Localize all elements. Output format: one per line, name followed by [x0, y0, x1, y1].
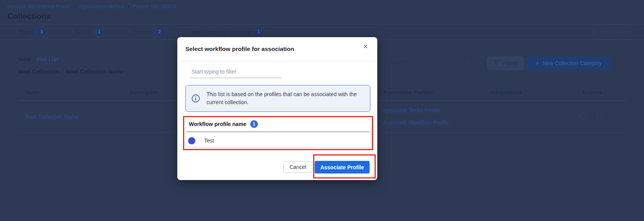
plus-icon: +: [535, 59, 539, 67]
view-label: View :: [18, 56, 34, 62]
info-icon: [192, 94, 200, 103]
row-actions: [580, 112, 602, 120]
tab-sprints[interactable]: Sprints 1: [75, 28, 103, 36]
add-custom-button[interactable]: Add custom +: [594, 28, 637, 36]
annotation-box-profile-list: Workflow profile name 1 Test: [183, 116, 373, 150]
root-collection-label: Root Collection :: [18, 69, 63, 75]
root-collection-row: Root Collection :Root Collection Name: [18, 69, 124, 75]
column-header-associated-profiles: Associated Profiles: [383, 89, 433, 95]
tab-count-badge: 3: [38, 28, 45, 36]
profile-option-label: Test: [204, 138, 214, 144]
modal-title: Select workflow profile for association: [185, 46, 294, 52]
breadcrumb-organization-link[interactable]: Organization: default: [78, 3, 124, 9]
tab-new-collection-category[interactable]: New Collection Category 1 ⚙: [192, 28, 272, 36]
info-text: This list is based on the profiles that …: [206, 90, 363, 106]
tab-label: Teams: [18, 29, 34, 35]
radio-selected-icon[interactable]: [188, 137, 195, 144]
chevron-right-icon: ›: [127, 3, 129, 9]
tab-teams[interactable]: Teams 3: [18, 28, 45, 36]
profile-list-header-label: Workflow profile name: [189, 121, 246, 127]
filter-funnel-icon: [494, 60, 499, 67]
filters-button[interactable]: Filters: [487, 57, 523, 70]
plus-icon: +: [633, 28, 637, 36]
close-icon[interactable]: ✕: [363, 43, 368, 50]
view-row: View :Flat List: [18, 56, 58, 62]
app-window: Account: SEI-Internal-Prod2 › Organizati…: [0, 0, 644, 221]
column-header-name: Name: [25, 89, 40, 95]
select-workflow-profile-modal: Select workflow profile for association …: [177, 37, 377, 180]
tab-label: Sprints: [75, 29, 92, 35]
list-divider: [186, 131, 370, 133]
search-placeholder: Search ...: [391, 59, 465, 65]
modal-title-divider: [177, 61, 377, 61]
tab-label: New Collection Category: [192, 29, 251, 35]
info-callout: This list is based on the profiles that …: [185, 85, 370, 112]
breadcrumb-project-link[interactable]: Project: SEI_DOCS: [133, 3, 176, 9]
breadcrumb: Account: SEI-Internal-Prod2 › Organizati…: [7, 3, 176, 9]
tab-projects[interactable]: Projects 2: [132, 28, 163, 36]
column-header-actions: Actions: [582, 89, 601, 95]
profile-list-header: Workflow profile name 1: [189, 120, 258, 128]
profile-count-badge: 1: [250, 120, 258, 128]
add-custom-label: Add custom: [601, 29, 629, 35]
column-header-integrations: Integrations: [490, 89, 521, 95]
tab-count-badge: 1: [96, 28, 103, 36]
chevron-right-icon: ›: [73, 3, 74, 9]
row-name-link[interactable]: Root Collection Name: [25, 114, 79, 120]
flat-list-link[interactable]: Flat List: [37, 56, 59, 62]
new-collection-category-button[interactable]: + New Collection Category: [527, 57, 610, 70]
breadcrumb-account-link[interactable]: Account: SEI-Internal-Prod2: [7, 3, 69, 9]
profile-option-test[interactable]: Test: [188, 136, 370, 146]
associate-workflow-profile-link[interactable]: Associate Workflow Profile: [383, 120, 449, 126]
tab-count-badge: 1: [255, 28, 263, 36]
associate-profile-button[interactable]: Associate Profile: [315, 161, 370, 174]
option-divider: [186, 147, 370, 147]
gear-icon[interactable]: ⚙: [266, 28, 271, 35]
profile-filter-input[interactable]: [190, 67, 281, 78]
filters-label: Filters: [502, 60, 517, 66]
root-collection-value: Root Collection Name: [66, 69, 124, 75]
search-input[interactable]: Search ...: [391, 58, 471, 65]
tab-label: Projects: [132, 29, 152, 35]
cancel-button[interactable]: Cancel: [283, 161, 312, 173]
copy-icon[interactable]: [580, 112, 586, 120]
divider: [594, 28, 594, 36]
tab-count-badge: 2: [156, 28, 163, 36]
search-icon: [465, 58, 471, 65]
new-collection-label: New Collection Category: [542, 60, 601, 66]
column-header-description: Description: [129, 89, 159, 95]
delete-icon[interactable]: [596, 112, 602, 120]
page-title: Collections: [7, 11, 51, 21]
associate-trellis-profile-link[interactable]: Associate Trellis Profile: [383, 107, 441, 113]
